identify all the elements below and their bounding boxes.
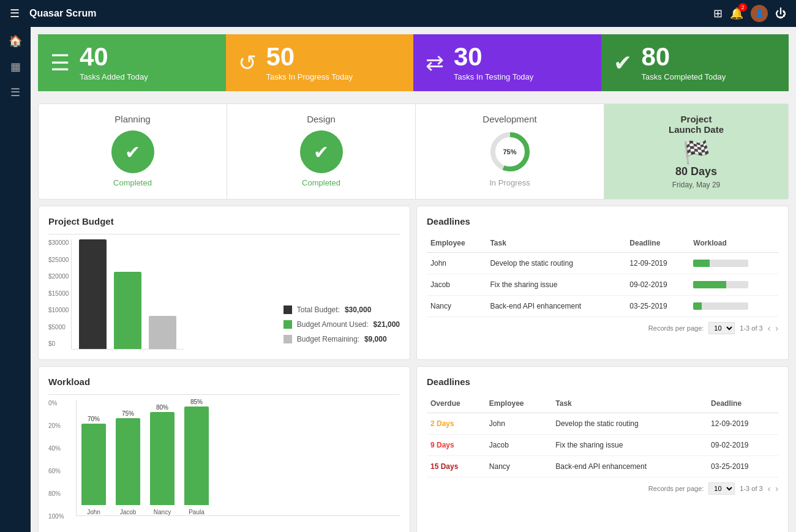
budget-y-labels: $0 $5000 $10000 $15000 $20000 $25000 $30… [48,239,69,350]
launch-days: 80 Days [614,165,778,178]
phase-row: Planning ✔ Completed Design ✔ Completed … [38,103,789,200]
deadlines1-table: Employee Task Deadline Workload John Dev… [427,234,778,317]
table-row: Jacob Fix the sharing issue 09-02-2019 [427,274,778,296]
phase-planning-title: Planning [48,114,217,124]
deadlines-panel-1: Deadlines Employee Task Deadline Workloa… [416,206,789,360]
employee-name: Nancy [427,296,486,317]
grid-icon[interactable]: ⊞ [713,7,723,20]
tasks-progress-icon: ↺ [238,50,257,76]
top-nav: ☰ Quasar Scrum ⊞ 🔔 2 👤 ⏻ [0,0,796,27]
tasks-completed-label: Tasks Completed Today [642,72,726,81]
employee-name: John [486,413,552,435]
records-per-page-select[interactable]: 10 [708,322,735,334]
hamburger-icon[interactable]: ☰ [10,7,20,20]
legend-total-dot [283,305,292,314]
bottom-grid: Project Budget $0 $5000 $10000 $15000 $2… [38,206,789,532]
deadlines2-title: Deadlines [427,377,778,387]
task-name: Fix the sharing issue [486,274,626,296]
workload-bars: 70% John 75% Jacob 80% Nancy [76,400,400,516]
overdue-days: 2 Days [430,419,454,428]
phase-development-donut: 75% [489,130,531,173]
deadlines-panel-2: Deadlines Overdue Employee Task Deadline… [416,366,789,532]
deadlines1-col-employee: Employee [427,234,486,253]
exit-icon[interactable]: ⏻ [775,7,786,20]
deadline-date: 03-25-2019 [707,456,778,478]
deadline-date: 09-02-2019 [707,435,778,456]
tasks-testing-label: Tasks In Testing Today [454,72,533,81]
workload-bar-paula: 85% Paula [184,399,209,515]
phase-design-title: Design [237,114,405,124]
main-content: ☰ 40 Tasks Added Today ↺ 50 Tasks In Pro… [31,27,796,532]
workload-panel: Workload 100% 80% 60% 40% 20% 0% 70% [38,366,410,532]
tasks-testing-number: 30 [454,44,533,70]
budget-panel: Project Budget $0 $5000 $10000 $15000 $2… [38,206,410,360]
sidebar-item-menu[interactable]: ☰ [10,86,20,99]
tasks-added-number: 40 [80,44,148,70]
phase-design-circle: ✔ [300,130,343,173]
app-title: Quasar Scrum [29,8,704,19]
records-label: Records per page: [648,485,704,492]
overdue-days: 15 Days [430,462,458,471]
task-name: Develop the static routing [552,413,707,435]
notification-badge: 2 [738,3,747,12]
deadlines1-col-task: Task [486,234,626,253]
stat-card-added: ☰ 40 Tasks Added Today [38,34,226,91]
stat-card-progress: ↺ 50 Tasks In Progress Today [226,34,414,91]
workload-bar [689,274,778,296]
tasks-progress-label: Tasks In Progress Today [266,72,353,81]
deadline-date: 12-09-2019 [626,253,689,274]
deadlines2-table: Overdue Employee Task Deadline 2 Days Jo… [427,394,778,478]
tasks-testing-icon: ⇄ [426,50,444,76]
employee-name: Jacob [486,435,552,456]
deadlines1-title: Deadlines [427,216,778,227]
workload-chart: 100% 80% 60% 40% 20% 0% 70% John [48,400,400,532]
tasks-added-icon: ☰ [50,50,70,76]
tasks-progress-number: 50 [266,44,353,70]
phase-development: Development 75% In Progress [416,104,604,199]
stat-cards: ☰ 40 Tasks Added Today ↺ 50 Tasks In Pro… [38,34,789,91]
table-row: 15 Days Nancy Back-end API enhancement 0… [427,456,778,478]
launch-date: Friday, May 29 [614,181,778,189]
records-label: Records per page: [648,324,704,332]
records-range: 1-3 of 3 [740,324,762,332]
phase-planning: Planning ✔ Completed [39,104,227,199]
budget-layout: $0 $5000 $10000 $15000 $20000 $25000 $30… [48,239,400,350]
notification-icon[interactable]: 🔔 2 [730,7,743,20]
workload-y-labels: 100% 80% 60% 40% 20% 0% [48,400,64,520]
deadlines1-col-workload: Workload [689,234,778,253]
prev-page-button[interactable]: ‹ [768,323,771,333]
deadlines2-col-deadline: Deadline [707,394,778,413]
records-range: 1-3 of 3 [740,485,762,492]
task-name: Fix the sharing issue [552,435,707,456]
next-page-button[interactable]: › [775,484,778,493]
legend-used-value: $21,000 [374,320,400,329]
legend-used: Budget Amount Used: $21,000 [283,320,400,329]
sidebar: 🏠 ▦ ☰ [0,27,31,532]
legend-remaining-value: $9,000 [364,335,387,343]
sidebar-item-dashboard[interactable]: ▦ [10,60,21,73]
table-row: Nancy Back-end API enhancement 03-25-201… [427,296,778,317]
launch-flag-icon: 🏁 [614,140,778,165]
deadline-date: 09-02-2019 [626,274,689,296]
table-row: 9 Days Jacob Fix the sharing issue 09-02… [427,435,778,456]
launch-title: ProjectLaunch Date [614,114,778,135]
phase-development-title: Development [426,114,594,124]
prev-page-button[interactable]: ‹ [768,484,771,493]
workload-title: Workload [48,377,400,387]
records-per-page-select[interactable]: 10 [708,482,735,495]
budget-bar-remaining [149,316,176,349]
phase-design-status: Completed [237,178,405,187]
tasks-added-label: Tasks Added Today [80,72,148,81]
legend-total-value: $30,000 [345,305,371,314]
table-row: 2 Days John Develop the static routing 1… [427,413,778,435]
nav-icons: ⊞ 🔔 2 👤 ⏻ [713,5,786,22]
deadlines1-footer: Records per page: 10 1-3 of 3 ‹ › [427,322,778,334]
sidebar-item-home[interactable]: 🏠 [9,34,22,48]
workload-bar-jacob: 75% Jacob [116,410,140,515]
task-name: Develop the static routing [486,253,626,274]
tasks-completed-icon: ✔ [614,50,632,76]
legend-total: Total Budget: $30,000 [283,305,400,314]
next-page-button[interactable]: › [775,323,778,333]
stat-card-completed: ✔ 80 Tasks Completed Today [601,34,789,91]
avatar[interactable]: 👤 [751,5,768,22]
